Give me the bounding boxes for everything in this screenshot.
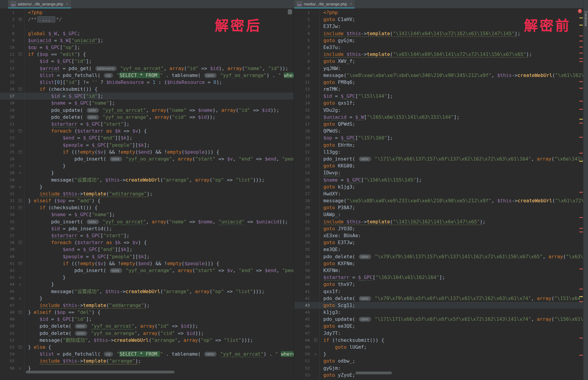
line-number[interactable]: 42	[0, 267, 16, 274]
code-line[interactable]: 53−} else {	[0, 344, 294, 351]
code-text[interactable]: goto thxV7;	[319, 281, 583, 288]
code-text[interactable]: if ((!empty($v) && !empty($end) && !empt…	[24, 149, 294, 155]
code-line[interactable]: 44⌂ }	[0, 281, 294, 288]
code-text[interactable]: pdo_update( table: "\171\171\x66\x5f\x6f…	[319, 316, 583, 323]
line-number[interactable]: 13	[294, 93, 312, 100]
code-line[interactable]: 6Ee37u:	[294, 44, 583, 51]
code-line[interactable]: 13 $arrcat = pdo_get( tablename: "yyf_oo…	[0, 65, 294, 72]
fold-end-icon[interactable]: ⌂	[19, 185, 21, 188]
code-line[interactable]: 46⌂ }	[0, 295, 294, 302]
line-number[interactable]: 26	[0, 155, 16, 162]
line-number[interactable]: 20	[0, 114, 16, 121]
code-text[interactable]: include $this->template("arrange");	[24, 357, 294, 364]
line-number[interactable]: 14	[0, 72, 16, 79]
code-line[interactable]: 20 pdo_delete( table: "yyf_oo_arrange", …	[0, 114, 294, 121]
code-text[interactable]: goto FM8q6;	[319, 79, 583, 86]
code-line[interactable]: 38− foreach ($startarr as $k => $v) {	[0, 239, 294, 246]
code-line[interactable]: 29goto P38A7;	[294, 204, 583, 211]
code-text[interactable]: $people = $_GPC["people"][$k];	[24, 142, 294, 149]
line-number[interactable]: 22	[294, 155, 312, 162]
line-number[interactable]: 48	[0, 309, 16, 316]
line-number[interactable]: 50	[294, 351, 312, 357]
code-line[interactable]: 15 $list[0]["id"] != '' ? $hideResource …	[0, 79, 294, 86]
code-text[interactable]: QPWdS:	[319, 127, 583, 134]
database-tool-window-bar[interactable]: Database	[583, 0, 588, 380]
line-number[interactable]: 35	[0, 218, 16, 225]
code-line[interactable]: 14goto qxs1f;	[294, 100, 583, 106]
code-line[interactable]: 51 pdo_delete( table: "yyf_oo_arrange", …	[0, 330, 294, 337]
code-text[interactable]: $people = $_GPC["people"][$k];	[24, 253, 294, 260]
line-number[interactable]: 1	[0, 9, 16, 16]
code-line[interactable]: 48−if (!checksubmit()) {	[294, 337, 583, 344]
code-text[interactable]: $id = $_GPC["id"];	[24, 316, 294, 323]
code-line[interactable]: 19$op = $_GPC["\157\160"];	[294, 134, 583, 141]
fold-expand-icon[interactable]: +	[19, 18, 22, 21]
code-line[interactable]: 20goto EHrHn;	[294, 142, 583, 149]
line-number[interactable]: 37	[0, 232, 16, 239]
line-number[interactable]: 45	[0, 288, 16, 295]
error-stripe-mark[interactable]	[579, 192, 583, 193]
error-stripe-mark[interactable]	[579, 301, 583, 302]
code-text[interactable]: qxs1f:	[319, 288, 583, 295]
line-number[interactable]: 37	[294, 260, 312, 267]
code-text[interactable]: goto ee3QE;	[319, 323, 583, 329]
editor-pane-obfuscated[interactable]: 1<?php2goto C1a​HV;3E3TJw:4include $this…	[294, 8, 583, 380]
warning-stripe-mark[interactable]	[579, 296, 583, 297]
code-text[interactable]: KXFNm:	[319, 267, 583, 274]
code-line[interactable]: 24 $people = $_GPC["people"][$k];	[0, 142, 294, 149]
line-number[interactable]: 9	[294, 65, 312, 72]
line-number[interactable]: 12	[294, 86, 312, 93]
line-number[interactable]: 11	[0, 51, 16, 58]
line-number[interactable]: 7	[0, 23, 16, 30]
fold-end-icon[interactable]: ⌂	[19, 164, 21, 167]
code-text[interactable]: goto EHrHn;	[319, 142, 583, 149]
line-number[interactable]: 46	[0, 295, 16, 302]
code-text[interactable]: }	[24, 162, 294, 169]
line-number[interactable]: 33	[0, 204, 16, 211]
code-text[interactable]: if ($op == "edit") {	[24, 51, 294, 58]
code-line[interactable]: 52 message("删除成功", $this->createWebUrl("…	[0, 337, 294, 344]
line-number[interactable]: 52	[0, 337, 16, 344]
line-number[interactable]: 19	[294, 134, 312, 141]
close-icon[interactable]: ×	[66, 2, 68, 6]
code-line[interactable]: 45 message("设置成功", $this->createWebUrl("…	[0, 288, 294, 295]
code-line[interactable]: 49 goto lUGmf;	[294, 344, 583, 351]
code-line[interactable]: 14 $list = pdo_fetchall( sql: "SELECT * …	[0, 72, 294, 79]
code-line[interactable]: 8goto XWV_f;	[294, 58, 583, 65]
line-number[interactable]: 22	[0, 127, 16, 134]
code-text[interactable]: }	[24, 183, 294, 190]
code-line[interactable]: 38KXFNm:	[294, 267, 583, 274]
code-text[interactable]: l13gg:	[319, 149, 583, 155]
fold-end-icon[interactable]: ⌂	[19, 366, 21, 370]
line-number[interactable]: 25	[0, 149, 16, 155]
code-text[interactable]: }	[24, 295, 294, 302]
code-line[interactable]: 19 pdo_update( table: "yyf_oo_arrcat", a…	[0, 107, 294, 114]
code-line[interactable]: 52gyGjm:	[294, 365, 583, 372]
code-text[interactable]: goto KXFNm;	[319, 260, 583, 267]
error-stripe-mark[interactable]	[579, 137, 583, 138]
database-tool-window-label[interactable]: Database	[584, 11, 588, 26]
code-text[interactable]: $arrcat = pdo_get( tablename: "yyf_oo_ar…	[24, 65, 294, 72]
line-number[interactable]: 40	[294, 281, 312, 288]
code-text[interactable]: pdo_update( table: "yyf_oo_arrcat", arra…	[24, 107, 294, 114]
error-stripe-mark[interactable]	[579, 101, 583, 102]
code-area-right[interactable]: 1<?php2goto C1a​HV;3E3TJw:4include $this…	[294, 8, 583, 378]
line-number[interactable]: 45	[294, 316, 312, 323]
fold-collapse-icon[interactable]: −	[19, 345, 22, 349]
code-line[interactable]: 33− if (checksubmit()) {	[0, 204, 294, 211]
code-text[interactable]: include $this->template("\141\162\162\14…	[319, 218, 583, 225]
line-number[interactable]: 44	[294, 309, 312, 316]
code-text[interactable]: $list[0]["id"] != '' ? $hideResource = 1…	[24, 79, 294, 86]
fold-collapse-icon[interactable]: −	[19, 87, 22, 91]
code-line[interactable]: 53goto yZyoE;	[294, 372, 583, 378]
code-line[interactable]: 31include $this->template("\141\162\162\…	[294, 218, 583, 225]
code-line[interactable]: 32goto JYO3D;	[294, 225, 583, 232]
code-line[interactable]: 13$id = $_GPC["\151\144"];	[294, 93, 583, 100]
line-number[interactable]: 25	[294, 176, 312, 183]
line-number[interactable]: 31	[294, 218, 312, 225]
line-number[interactable]: 56	[0, 365, 16, 372]
line-number[interactable]: 42	[294, 295, 312, 302]
code-line[interactable]: 26goto k1jg3;	[294, 183, 583, 190]
line-number[interactable]: 27	[294, 190, 312, 197]
line-number[interactable]: 17	[294, 121, 312, 127]
